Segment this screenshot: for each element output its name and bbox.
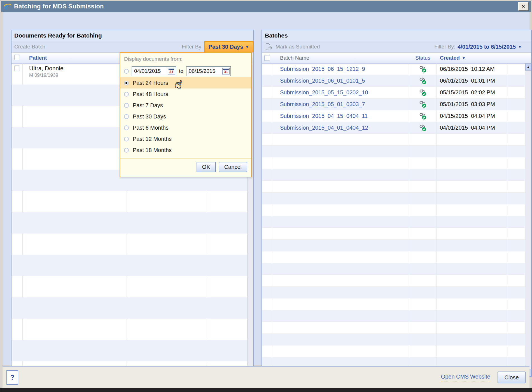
batch-name-cell bbox=[272, 263, 409, 275]
empty-row bbox=[262, 134, 531, 146]
batch-name-link[interactable]: Submission_2015_06_15_1212_9 bbox=[280, 66, 365, 72]
empty-row bbox=[262, 181, 531, 193]
batch-name-link[interactable]: Submission_2015_04_01_0404_12 bbox=[280, 125, 368, 131]
filter-option[interactable]: Past 6 Months bbox=[120, 122, 251, 133]
batches-toolbar: Mark as Submitted Filter By: 4/01/2015 t… bbox=[262, 41, 531, 53]
date-range-radio[interactable] bbox=[124, 69, 129, 74]
patient-column-header[interactable]: Patient bbox=[23, 55, 47, 61]
empty-row bbox=[262, 169, 531, 181]
batch-checkbox-cell bbox=[262, 122, 272, 134]
status-column-header[interactable]: Status bbox=[409, 55, 437, 61]
batch-status-cell bbox=[409, 181, 437, 192]
filter-option-label: Past 12 Months bbox=[133, 136, 172, 142]
select-all-batches-checkbox[interactable] bbox=[264, 55, 270, 61]
batch-name-cell bbox=[272, 298, 409, 310]
date-filter-popup: Display documents from: to Past 24 Hours… bbox=[120, 52, 252, 177]
batch-name-link[interactable]: Submission_2015_06_01_0101_5 bbox=[280, 78, 365, 84]
radio-icon[interactable] bbox=[124, 137, 129, 141]
help-button[interactable]: ? bbox=[6, 370, 18, 385]
batch-checkbox-cell bbox=[262, 87, 272, 98]
status-submitted-icon bbox=[419, 101, 427, 108]
batch-checkbox-cell bbox=[262, 134, 272, 145]
close-button[interactable]: Close bbox=[498, 372, 526, 383]
batches-panel-title: Batches bbox=[262, 30, 531, 41]
batches-filter-value: 4/01/2015 to 6/15/2015 bbox=[458, 44, 516, 50]
filter-option[interactable]: Past 7 Days bbox=[120, 100, 251, 111]
batch-checkbox-cell bbox=[262, 181, 272, 192]
window-title: Batching for MDS Submission bbox=[14, 3, 104, 10]
radio-icon[interactable] bbox=[124, 92, 129, 97]
batch-row: Submission_2015_04_01_0404_1204/01/2015 … bbox=[262, 122, 531, 134]
batch-name-link[interactable]: Submission_2015_05_01_0303_7 bbox=[280, 101, 365, 108]
batch-status-cell bbox=[409, 228, 437, 239]
dialog-body: Documents Ready for Batching Create Batc… bbox=[3, 12, 529, 365]
mark-as-submitted-button[interactable]: Mark as Submitted bbox=[276, 44, 320, 50]
chevron-down-icon: ▼ bbox=[518, 45, 522, 49]
window-close-button[interactable]: ✕ bbox=[518, 2, 529, 11]
batch-checkbox-cell bbox=[262, 240, 272, 251]
batch-row: Submission_2015_05_15_0202_1005/15/2015 … bbox=[262, 87, 531, 99]
status-submitted-icon bbox=[419, 112, 427, 120]
empty-row bbox=[262, 157, 531, 169]
batch-name-cell bbox=[272, 216, 409, 228]
filter-option[interactable]: Past 48 Hours bbox=[120, 88, 251, 100]
date-from-input[interactable] bbox=[134, 68, 167, 74]
batch-checkbox-cell bbox=[262, 310, 272, 322]
scroll-up-button[interactable]: ▲ bbox=[525, 63, 531, 71]
batch-status-cell bbox=[409, 193, 437, 204]
empty-row bbox=[262, 193, 531, 204]
calendar-icon[interactable] bbox=[168, 68, 175, 74]
filter-option[interactable]: Past 30 Days bbox=[120, 111, 251, 122]
radio-icon[interactable] bbox=[124, 103, 129, 108]
batch-created-cell bbox=[437, 251, 507, 263]
date-to-input[interactable] bbox=[188, 68, 221, 74]
batches-filter-dropdown[interactable]: Filter By: 4/01/2015 to 6/15/2015 ▼ bbox=[434, 44, 531, 50]
title-bar: e Batching for MDS Submission ✕ bbox=[1, 1, 531, 12]
batch-name-link[interactable]: Submission_2015_05_15_0202_10 bbox=[280, 89, 368, 96]
create-batch-button[interactable]: Create Batch bbox=[14, 44, 45, 50]
batch-status-cell bbox=[409, 87, 437, 98]
radio-icon[interactable] bbox=[124, 148, 129, 153]
batch-status-cell bbox=[409, 251, 437, 263]
empty-row bbox=[262, 322, 531, 334]
empty-row bbox=[11, 297, 253, 319]
batch-name-cell bbox=[272, 275, 409, 286]
empty-row bbox=[262, 298, 531, 310]
batch-status-cell bbox=[409, 169, 437, 181]
batch-created-cell bbox=[437, 322, 507, 333]
batch-created-cell bbox=[437, 228, 507, 239]
batch-name-link[interactable]: Submission_2015_04_15_0404_11 bbox=[280, 113, 368, 119]
radio-selected-icon[interactable] bbox=[124, 81, 129, 85]
documents-filter-dropdown[interactable]: Past 30 Days ▼ bbox=[204, 41, 253, 52]
batch-name-cell bbox=[272, 240, 409, 251]
radio-icon[interactable] bbox=[124, 114, 129, 119]
created-column-header[interactable]: Created ▼ bbox=[437, 55, 507, 61]
batch-created-cell: 04/15/2015 04:04 PM bbox=[437, 110, 507, 122]
patient-row-checkbox[interactable] bbox=[14, 66, 20, 71]
cancel-button[interactable]: Cancel bbox=[219, 162, 247, 172]
radio-icon[interactable] bbox=[124, 125, 129, 130]
cell bbox=[23, 106, 127, 127]
empty-row bbox=[262, 228, 531, 240]
empty-row bbox=[262, 240, 531, 251]
batches-rows: Submission_2015_06_15_1212_906/16/2015 1… bbox=[262, 63, 531, 376]
batch-name-cell bbox=[272, 169, 409, 181]
batch-name-cell bbox=[272, 181, 409, 192]
calendar-icon[interactable] bbox=[222, 68, 230, 74]
filter-option[interactable]: Past 24 Hours bbox=[120, 77, 251, 88]
documents-toolbar: Create Batch Filter By Past 30 Days ▼ bbox=[11, 41, 253, 53]
batches-scrollbar[interactable]: ▲ ▼ bbox=[525, 63, 531, 376]
batch-created-cell bbox=[437, 216, 507, 228]
filter-option[interactable]: Past 18 Months bbox=[120, 144, 251, 156]
cell bbox=[11, 148, 23, 170]
batch-name-column-header[interactable]: Batch Name bbox=[272, 55, 409, 61]
cell bbox=[11, 319, 23, 340]
ok-button[interactable]: OK bbox=[197, 162, 216, 172]
batch-created-cell bbox=[437, 310, 507, 322]
select-all-documents-checkbox[interactable] bbox=[14, 55, 20, 60]
batch-status-cell bbox=[409, 110, 437, 122]
patient-details: M 09/19/1939 bbox=[29, 73, 127, 78]
open-cms-website-link[interactable]: Open CMS Website bbox=[441, 374, 490, 381]
filter-option[interactable]: Past 12 Months bbox=[120, 133, 251, 144]
batch-name-cell bbox=[272, 310, 409, 322]
